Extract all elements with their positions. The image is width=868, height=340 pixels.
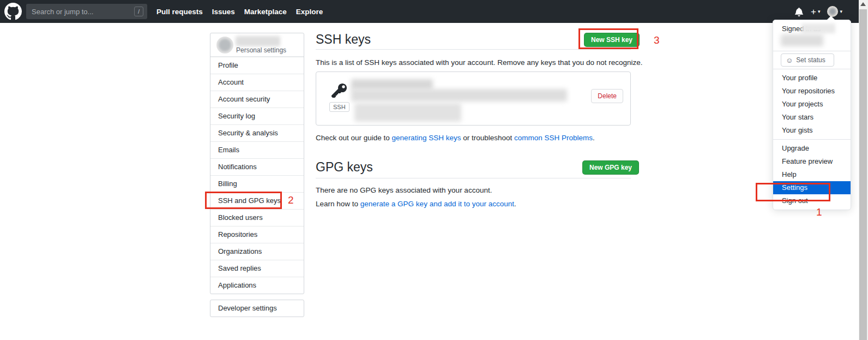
dropdown-item[interactable]: Feature preview	[773, 155, 851, 168]
caret-down-icon: ▾	[818, 9, 821, 14]
generating-ssh-keys-link[interactable]: generating SSH keys	[392, 134, 461, 142]
dropdown-items-top: Your profileYour repositoriesYour projec…	[773, 71, 851, 137]
dropdown-item[interactable]: Your projects	[773, 98, 851, 111]
annotation-step-1: 1	[816, 206, 822, 218]
annotation-step-2: 2	[288, 194, 294, 206]
sidebar-item[interactable]: Saved replies	[210, 260, 304, 277]
nav-link[interactable]: Pull requests	[156, 8, 203, 16]
avatar	[827, 6, 838, 17]
dropdown-item[interactable]: Your gists	[773, 124, 851, 137]
dropdown-item[interactable]: Your repositories	[773, 85, 851, 98]
guide-suffix: .	[593, 134, 595, 142]
nav-link[interactable]: Explore	[296, 8, 323, 16]
sidebar-item[interactable]: Emails	[210, 141, 304, 158]
developer-settings-button[interactable]: Developer settings	[210, 300, 304, 317]
generate-gpg-key-link[interactable]: generate a GPG key and add it to your ac…	[360, 200, 514, 208]
search-input[interactable]	[26, 4, 147, 19]
gpg-learn-text: Learn how to generate a GPG key and add …	[316, 200, 516, 208]
ssh-keys-title: SSH keys	[316, 32, 371, 47]
divider	[773, 69, 851, 69]
blurred-username	[781, 34, 823, 46]
annotation-box-settings	[756, 183, 830, 201]
github-header: / Pull requestsIssuesMarketplaceExplore …	[0, 0, 859, 23]
nav-link[interactable]: Issues	[212, 8, 235, 16]
settings-sidebar: Personal settings ProfileAccountAccount …	[210, 33, 304, 294]
blurred-username	[236, 36, 280, 46]
sidebar-item[interactable]: Repositories	[210, 226, 304, 243]
annotation-box-ssh-gpg-keys	[205, 192, 282, 209]
ssh-key-list-item: SSH Delete	[316, 71, 631, 126]
avatar	[216, 37, 233, 53]
sidebar-item[interactable]: Profile	[210, 57, 304, 74]
user-menu-button[interactable]: ▾	[827, 6, 842, 17]
divider	[316, 49, 631, 50]
sidebar-item[interactable]: Account security	[210, 91, 304, 108]
ssh-guide-text: Check out our guide to generating SSH ke…	[316, 134, 595, 142]
vertical-scrollbar[interactable]	[859, 0, 868, 340]
dropdown-item[interactable]: Help	[773, 168, 851, 181]
slash-shortcut-badge: /	[134, 7, 143, 16]
guide-middle: or troubleshoot	[461, 134, 514, 142]
gpg-keys-title: GPG keys	[316, 160, 373, 175]
blur-overlay	[801, 23, 835, 33]
new-gpg-key-button[interactable]: New GPG key	[582, 160, 639, 175]
sidebar-item[interactable]: Notifications	[210, 158, 304, 175]
ssh-type-badge: SSH	[329, 102, 349, 112]
learn-prefix: Learn how to	[316, 200, 360, 208]
notifications-bell-icon[interactable]	[794, 7, 804, 16]
blurred-key-fingerprint	[351, 89, 567, 102]
divider	[773, 51, 851, 51]
blurred-key-meta	[354, 103, 461, 122]
sidebar-item[interactable]: Account	[210, 74, 304, 91]
sidebar-item[interactable]: Blocked users	[210, 209, 304, 226]
sidebar-header: Personal settings	[210, 33, 304, 57]
set-status-button[interactable]: ☺ Set status	[781, 53, 834, 67]
dropdown-item[interactable]: Your profile	[773, 71, 851, 85]
sidebar-subtitle: Personal settings	[236, 46, 286, 54]
divider	[773, 139, 851, 140]
header-right: + ▾ ▾	[794, 6, 859, 17]
gpg-empty-text: There are no GPG keys associated with yo…	[316, 186, 492, 194]
divider	[316, 178, 631, 178]
create-new-menu[interactable]: + ▾	[811, 7, 820, 16]
sidebar-item[interactable]: Applications	[210, 277, 304, 294]
annotation-box-new-ssh-key	[578, 28, 638, 49]
nav-link[interactable]: Marketplace	[244, 8, 287, 16]
learn-suffix: .	[514, 200, 516, 208]
search-box: /	[26, 4, 147, 19]
sidebar-item[interactable]: Billing	[210, 175, 304, 192]
common-ssh-problems-link[interactable]: common SSH Problems	[514, 134, 593, 142]
ssh-description: This is a list of SSH keys associated wi…	[316, 58, 643, 67]
dropdown-item[interactable]: Upgrade	[773, 142, 851, 155]
plus-icon: +	[811, 7, 816, 16]
sidebar-item[interactable]: Organizations	[210, 243, 304, 260]
sidebar-item[interactable]: Security log	[210, 108, 304, 124]
page: / Pull requestsIssuesMarketplaceExplore …	[0, 0, 868, 340]
blurred-key-title	[351, 79, 433, 90]
guide-prefix: Check out our guide to	[316, 134, 392, 142]
user-dropdown-menu: Signed in as ☺ Set status Your profileYo…	[773, 20, 851, 210]
sidebar-item[interactable]: Security & analysis	[210, 124, 304, 141]
scrollbar-thumb[interactable]	[859, 9, 867, 340]
github-logo-icon[interactable]	[4, 3, 22, 20]
dropdown-item[interactable]: Your stars	[773, 111, 851, 124]
header-nav: Pull requestsIssuesMarketplaceExplore	[156, 8, 323, 16]
scroll-up-arrow-icon[interactable]	[860, 2, 866, 6]
delete-key-button[interactable]: Delete	[591, 89, 623, 103]
sidebar-items: ProfileAccountAccount securitySecurity l…	[210, 57, 304, 294]
smiley-icon: ☺	[786, 57, 793, 64]
caret-down-icon: ▾	[840, 9, 842, 14]
set-status-label: Set status	[796, 56, 825, 64]
ssh-key-icon	[331, 82, 347, 100]
annotation-step-3: 3	[654, 34, 660, 46]
signed-in-row: Signed in as	[773, 25, 851, 49]
